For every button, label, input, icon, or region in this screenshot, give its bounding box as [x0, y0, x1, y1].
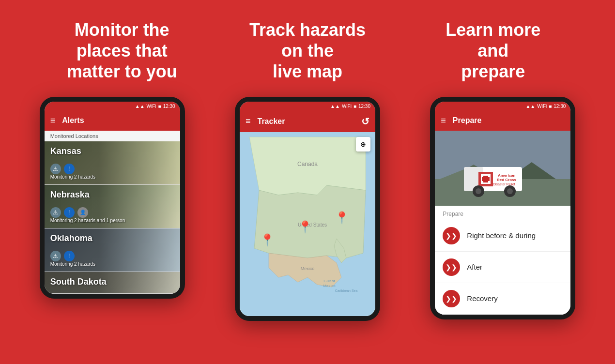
map-pin-green[interactable]: 📍 — [260, 233, 275, 247]
location-content-southdakota: South Dakota — [45, 272, 180, 293]
double-chevron-1: ❯❯ — [446, 232, 457, 240]
alerts-title: Alerts — [62, 116, 84, 125]
svg-point-19 — [476, 188, 481, 194]
location-name-southdakota: South Dakota — [50, 277, 174, 287]
svg-text:Disaster Relief: Disaster Relief — [493, 182, 515, 186]
monitoring-text-kansas: Monitoring 2 hazards — [50, 174, 174, 180]
prepare-item-label-1: Right before & during — [467, 231, 536, 240]
hazard-icon-3: ⚠ — [53, 253, 58, 259]
prepare-section-label: Prepare — [435, 206, 570, 220]
col3-line3: prepare — [461, 61, 525, 81]
phones-section: ▲▲ WiFi ■ 12:30 ≡ Alerts Monitored Locat… — [0, 97, 615, 321]
hazard-icon-2: ⚠ — [53, 209, 58, 216]
battery-icon-2: ■ — [354, 104, 356, 109]
header-section: Monitor the places that matter to you Tr… — [0, 0, 615, 97]
phone-prepare-screen: ▲▲ WiFi ■ 12:30 ≡ Prepare — [435, 102, 570, 315]
badge-gray-oklahoma: ⚠ — [50, 251, 61, 261]
svg-rect-17 — [482, 177, 490, 181]
svg-text:Mexico: Mexico — [323, 284, 336, 288]
phone-tracker-screen: ▲▲ WiFi ■ 12:30 ≡ Tracker ↺ — [240, 102, 375, 316]
col2-line3: live map — [273, 61, 342, 81]
avatar-icon: 👤 — [80, 210, 86, 215]
prepare-disaster-image: American Red Cross Disaster Relief — [435, 131, 570, 206]
hazard-icon-1: ⚠ — [53, 166, 58, 172]
column3-heading: Learn more and prepare — [400, 19, 586, 82]
col1-line2: places that — [77, 41, 168, 61]
phone-tracker: ▲▲ WiFi ■ 12:30 ≡ Tracker ↺ — [235, 97, 380, 321]
signal-icon-2: ▲▲ — [330, 104, 340, 109]
wifi-icon-2: WiFi — [342, 104, 352, 109]
location-name-oklahoma: Oklahoma — [50, 233, 174, 243]
monitoring-text-nebraska: Monitoring 2 hazards and 1 person — [50, 218, 174, 223]
location-content-nebraska: Nebraska ⚠ ! 👤 — [45, 185, 180, 228]
badge-blue-kansas: ! — [64, 164, 75, 174]
hamburger-icon[interactable]: ≡ — [50, 116, 56, 126]
location-card-kansas[interactable]: Kansas ⚠ ! Monitoring 2 hazards — [45, 141, 180, 185]
col2-line1: Track hazards — [249, 20, 366, 40]
column2-heading: Track hazards on the live map — [215, 19, 400, 82]
wifi-icon: WiFi — [147, 104, 156, 109]
map-container[interactable]: Canada United States Mexico Gulf of Mexi… — [240, 132, 375, 316]
location-content-kansas: Kansas ⚠ ! Monitoring 2 hazards — [45, 141, 180, 184]
col3-line2: and — [477, 41, 508, 61]
map-pin-red-1[interactable]: 📍 — [298, 220, 312, 234]
signal-icon: ▲▲ — [135, 104, 145, 109]
prepare-hamburger-icon[interactable]: ≡ — [441, 116, 446, 126]
badge-blue-oklahoma: ! — [64, 251, 75, 261]
location-badges-kansas: ⚠ ! — [50, 164, 174, 174]
prepare-item-label-2: After — [467, 263, 482, 271]
location-card-oklahoma[interactable]: Oklahoma ⚠ ! Monitoring 2 hazards — [45, 228, 180, 272]
tracker-hamburger-icon[interactable]: ≡ — [246, 116, 251, 126]
svg-point-21 — [507, 188, 513, 194]
svg-text:Canada: Canada — [297, 161, 318, 167]
tracker-title: Tracker — [258, 117, 285, 126]
location-card-southdakota[interactable]: South Dakota — [45, 272, 180, 294]
status-bar-1: ▲▲ WiFi ■ 12:30 — [45, 102, 180, 111]
prepare-item-recovery[interactable]: ❯❯ Recovery — [435, 283, 570, 315]
after-arrow-icon: ❯❯ — [443, 258, 460, 276]
location-card-nebraska[interactable]: Nebraska ⚠ ! 👤 — [45, 185, 180, 228]
time-display-3: 12:30 — [554, 104, 566, 109]
right-before-arrow-icon: ❯❯ — [443, 227, 460, 244]
wifi-icon-3: WiFi — [537, 104, 547, 109]
phone-alerts: ▲▲ WiFi ■ 12:30 ≡ Alerts Monitored Locat… — [40, 97, 185, 299]
recovery-arrow-icon: ❯❯ — [443, 290, 460, 307]
location-content-oklahoma: Oklahoma ⚠ ! Monitoring 2 hazards — [45, 228, 180, 272]
map-pin-red-2[interactable]: 📍 — [335, 211, 349, 225]
prepare-item-rightbefore[interactable]: ❯❯ Right before & during — [435, 220, 570, 252]
map-location-button[interactable]: ⊕ — [356, 137, 370, 152]
alert-icon-3: ! — [68, 253, 70, 259]
monitoring-text-oklahoma: Monitoring 2 hazards — [50, 261, 174, 267]
col1-line1: Monitor the — [75, 20, 169, 40]
prepare-list: Prepare ❯❯ Right before & during ❯❯ Afte… — [435, 206, 570, 315]
avatar-nebraska: 👤 — [77, 207, 88, 218]
col1-line3: matter to you — [67, 61, 177, 81]
badge-blue-nebraska: ! — [64, 207, 75, 218]
refresh-icon[interactable]: ↺ — [361, 116, 369, 127]
alerts-toolbar: ≡ Alerts — [45, 111, 180, 131]
time-display-1: 12:30 — [163, 104, 175, 109]
svg-text:American: American — [498, 173, 516, 178]
svg-text:Gulf of: Gulf of — [323, 279, 335, 283]
location-name-kansas: Kansas — [50, 146, 174, 156]
signal-icon-3: ▲▲ — [525, 104, 535, 109]
status-bar-2: ▲▲ WiFi ■ 12:30 — [240, 102, 375, 111]
phone-alerts-screen: ▲▲ WiFi ■ 12:30 ≡ Alerts Monitored Locat… — [45, 102, 180, 294]
prepare-title: Prepare — [453, 116, 482, 125]
status-bar-3: ▲▲ WiFi ■ 12:30 — [435, 102, 570, 111]
alert-icon-2: ! — [68, 209, 70, 216]
alert-icon-1: ! — [68, 166, 70, 172]
double-chevron-3: ❯❯ — [446, 295, 457, 303]
time-display-2: 12:30 — [358, 104, 370, 109]
tracker-toolbar: ≡ Tracker ↺ — [240, 111, 375, 132]
location-crosshair-icon: ⊕ — [360, 140, 366, 148]
badge-gray-nebraska: ⚠ — [50, 207, 61, 218]
battery-icon: ■ — [158, 104, 161, 109]
prepare-item-after[interactable]: ❯❯ After — [435, 252, 570, 283]
location-badges-nebraska: ⚠ ! 👤 — [50, 207, 174, 218]
column1-heading: Monitor the places that matter to you — [29, 19, 215, 82]
prepare-toolbar: ≡ Prepare — [435, 111, 570, 131]
prepare-item-label-3: Recovery — [467, 294, 497, 303]
svg-text:Red Cross: Red Cross — [497, 178, 517, 182]
col3-line1: Learn more — [446, 20, 540, 40]
